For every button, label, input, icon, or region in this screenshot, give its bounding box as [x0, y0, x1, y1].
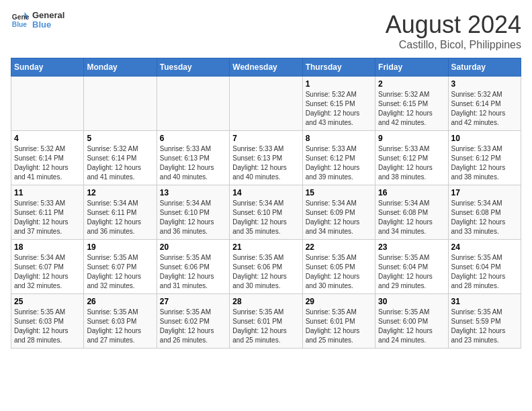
day-number: 11	[14, 188, 81, 197]
day-number: 2	[378, 79, 445, 89]
logo: General Blue General Blue	[11, 11, 64, 30]
calendar-cell: 20Sunrise: 5:35 AM Sunset: 6:06 PM Dayli…	[157, 240, 229, 294]
calendar-cell: 2Sunrise: 5:32 AM Sunset: 6:15 PM Daylig…	[375, 77, 448, 131]
day-info: Sunrise: 5:35 AM Sunset: 6:01 PM Dayligh…	[306, 308, 372, 345]
day-info: Sunrise: 5:35 AM Sunset: 6:04 PM Dayligh…	[378, 253, 445, 291]
calendar-cell: 23Sunrise: 5:35 AM Sunset: 6:04 PM Dayli…	[375, 240, 448, 294]
day-info: Sunrise: 5:33 AM Sunset: 6:13 PM Dayligh…	[232, 144, 299, 182]
calendar-cell: 4Sunrise: 5:32 AM Sunset: 6:14 PM Daylig…	[11, 131, 84, 185]
calendar-cell: 1Sunrise: 5:32 AM Sunset: 6:15 PM Daylig…	[302, 77, 375, 131]
day-info: Sunrise: 5:33 AM Sunset: 6:11 PM Dayligh…	[14, 199, 81, 236]
logo-line2: Blue	[32, 20, 64, 30]
calendar-cell: 18Sunrise: 5:34 AM Sunset: 6:07 PM Dayli…	[11, 240, 84, 294]
calendar-cell: 8Sunrise: 5:33 AM Sunset: 6:12 PM Daylig…	[302, 131, 375, 185]
day-number: 9	[378, 134, 445, 143]
calendar-cell: 10Sunrise: 5:33 AM Sunset: 6:12 PM Dayli…	[448, 131, 521, 185]
calendar-cell	[11, 77, 84, 131]
day-info: Sunrise: 5:35 AM Sunset: 6:00 PM Dayligh…	[378, 308, 445, 345]
day-number: 25	[14, 297, 81, 306]
day-number: 19	[87, 242, 153, 252]
weekday-header-tuesday: Tuesday	[157, 58, 229, 77]
calendar-cell: 30Sunrise: 5:35 AM Sunset: 6:00 PM Dayli…	[375, 294, 448, 349]
calendar-cell: 5Sunrise: 5:32 AM Sunset: 6:14 PM Daylig…	[84, 131, 157, 185]
calendar-week-1: 1Sunrise: 5:32 AM Sunset: 6:15 PM Daylig…	[11, 77, 521, 131]
day-info: Sunrise: 5:35 AM Sunset: 6:02 PM Dayligh…	[160, 308, 226, 345]
day-number: 29	[306, 297, 372, 306]
day-info: Sunrise: 5:34 AM Sunset: 6:10 PM Dayligh…	[232, 199, 299, 236]
day-info: Sunrise: 5:35 AM Sunset: 6:06 PM Dayligh…	[160, 253, 226, 291]
day-info: Sunrise: 5:35 AM Sunset: 6:06 PM Dayligh…	[232, 253, 299, 291]
weekday-header-sunday: Sunday	[11, 58, 84, 77]
day-info: Sunrise: 5:34 AM Sunset: 6:08 PM Dayligh…	[378, 199, 445, 236]
calendar-week-2: 4Sunrise: 5:32 AM Sunset: 6:14 PM Daylig…	[11, 131, 521, 185]
calendar-week-5: 25Sunrise: 5:35 AM Sunset: 6:03 PM Dayli…	[11, 294, 521, 349]
calendar-cell: 11Sunrise: 5:33 AM Sunset: 6:11 PM Dayli…	[11, 185, 84, 240]
calendar-cell: 3Sunrise: 5:32 AM Sunset: 6:14 PM Daylig…	[448, 77, 521, 131]
calendar-cell	[157, 77, 229, 131]
calendar-week-3: 11Sunrise: 5:33 AM Sunset: 6:11 PM Dayli…	[11, 185, 521, 240]
day-info: Sunrise: 5:35 AM Sunset: 5:59 PM Dayligh…	[451, 308, 518, 345]
day-info: Sunrise: 5:33 AM Sunset: 6:13 PM Dayligh…	[160, 144, 226, 182]
calendar-cell: 22Sunrise: 5:35 AM Sunset: 6:05 PM Dayli…	[302, 240, 375, 294]
title-area: August 2024 Castillo, Bicol, Philippines	[386, 11, 521, 51]
calendar-cell: 6Sunrise: 5:33 AM Sunset: 6:13 PM Daylig…	[157, 131, 229, 185]
day-number: 23	[378, 242, 445, 252]
day-number: 16	[378, 188, 445, 197]
calendar-cell: 15Sunrise: 5:34 AM Sunset: 6:09 PM Dayli…	[302, 185, 375, 240]
calendar-cell: 29Sunrise: 5:35 AM Sunset: 6:01 PM Dayli…	[302, 294, 375, 349]
day-number: 28	[232, 297, 299, 306]
day-number: 1	[306, 79, 372, 89]
day-number: 15	[306, 188, 372, 197]
day-info: Sunrise: 5:32 AM Sunset: 6:14 PM Dayligh…	[451, 90, 518, 128]
calendar-cell	[230, 77, 302, 131]
calendar-cell: 17Sunrise: 5:34 AM Sunset: 6:08 PM Dayli…	[448, 185, 521, 240]
day-number: 24	[451, 242, 518, 252]
day-info: Sunrise: 5:35 AM Sunset: 6:01 PM Dayligh…	[232, 308, 299, 345]
day-number: 3	[451, 79, 518, 89]
day-number: 5	[87, 134, 153, 143]
calendar-cell: 31Sunrise: 5:35 AM Sunset: 5:59 PM Dayli…	[448, 294, 521, 349]
day-number: 12	[87, 188, 153, 197]
day-number: 20	[160, 242, 226, 252]
day-info: Sunrise: 5:32 AM Sunset: 6:14 PM Dayligh…	[14, 144, 81, 182]
calendar-cell: 27Sunrise: 5:35 AM Sunset: 6:02 PM Dayli…	[157, 294, 229, 349]
svg-text:Blue: Blue	[12, 21, 28, 29]
calendar-cell: 7Sunrise: 5:33 AM Sunset: 6:13 PM Daylig…	[230, 131, 302, 185]
calendar-cell: 24Sunrise: 5:35 AM Sunset: 6:04 PM Dayli…	[448, 240, 521, 294]
logo-icon: General Blue	[11, 11, 30, 30]
day-info: Sunrise: 5:32 AM Sunset: 6:14 PM Dayligh…	[87, 144, 153, 182]
day-info: Sunrise: 5:32 AM Sunset: 6:15 PM Dayligh…	[378, 90, 445, 128]
calendar-cell: 21Sunrise: 5:35 AM Sunset: 6:06 PM Dayli…	[230, 240, 302, 294]
day-number: 30	[378, 297, 445, 306]
day-info: Sunrise: 5:34 AM Sunset: 6:07 PM Dayligh…	[14, 253, 81, 291]
calendar-table: SundayMondayTuesdayWednesdayThursdayFrid…	[11, 58, 521, 349]
calendar-cell: 26Sunrise: 5:35 AM Sunset: 6:03 PM Dayli…	[84, 294, 157, 349]
day-number: 26	[87, 297, 153, 306]
weekday-header-saturday: Saturday	[448, 58, 521, 77]
day-number: 31	[451, 297, 518, 306]
day-number: 8	[306, 134, 372, 143]
calendar-week-4: 18Sunrise: 5:34 AM Sunset: 6:07 PM Dayli…	[11, 240, 521, 294]
day-info: Sunrise: 5:34 AM Sunset: 6:09 PM Dayligh…	[306, 199, 372, 236]
day-number: 7	[232, 134, 299, 143]
calendar-cell: 19Sunrise: 5:35 AM Sunset: 6:07 PM Dayli…	[84, 240, 157, 294]
weekday-header-wednesday: Wednesday	[230, 58, 302, 77]
day-info: Sunrise: 5:35 AM Sunset: 6:03 PM Dayligh…	[87, 308, 153, 345]
day-number: 4	[14, 134, 81, 143]
page-title: August 2024	[386, 11, 521, 39]
day-info: Sunrise: 5:34 AM Sunset: 6:11 PM Dayligh…	[87, 199, 153, 236]
weekday-header-friday: Friday	[375, 58, 448, 77]
weekday-header-monday: Monday	[84, 58, 157, 77]
day-number: 21	[232, 242, 299, 252]
header: General Blue General Blue August 2024 Ca…	[11, 11, 521, 51]
day-info: Sunrise: 5:33 AM Sunset: 6:12 PM Dayligh…	[378, 144, 445, 182]
day-info: Sunrise: 5:35 AM Sunset: 6:05 PM Dayligh…	[306, 253, 372, 291]
calendar-cell: 14Sunrise: 5:34 AM Sunset: 6:10 PM Dayli…	[230, 185, 302, 240]
calendar-cell	[84, 77, 157, 131]
day-info: Sunrise: 5:35 AM Sunset: 6:07 PM Dayligh…	[87, 253, 153, 291]
day-number: 6	[160, 134, 226, 143]
logo-line1: General	[32, 11, 64, 20]
day-info: Sunrise: 5:33 AM Sunset: 6:12 PM Dayligh…	[306, 144, 372, 182]
day-info: Sunrise: 5:35 AM Sunset: 6:04 PM Dayligh…	[451, 253, 518, 291]
day-info: Sunrise: 5:32 AM Sunset: 6:15 PM Dayligh…	[306, 90, 372, 128]
